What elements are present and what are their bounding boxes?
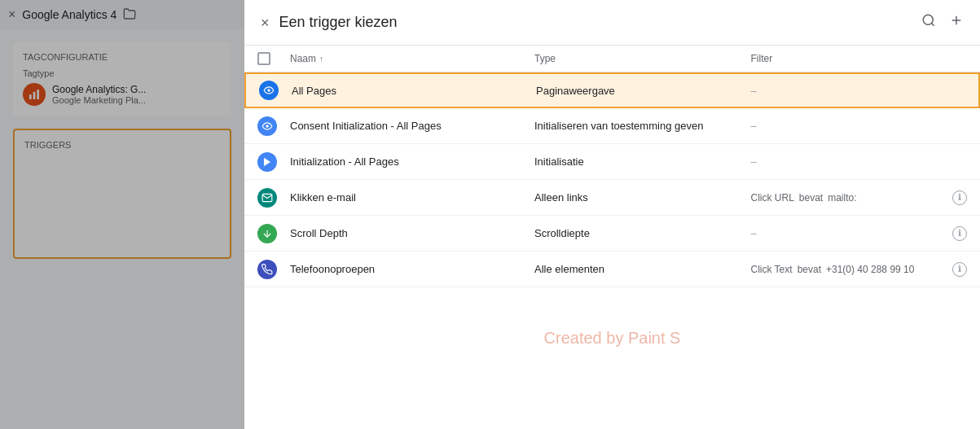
info-icon-phone[interactable]: ℹ: [952, 262, 967, 277]
modal-title: Een trigger kiezen: [279, 14, 398, 31]
info-icon-email[interactable]: ℹ: [952, 190, 967, 205]
table-row[interactable]: Klikken e-mail Alleen links Click URL be…: [244, 180, 980, 216]
select-all-checkbox[interactable]: [257, 52, 270, 65]
modal-header-right: [921, 13, 964, 32]
header-type-col: Type: [534, 53, 751, 64]
trigger-filter-scroll: – ℹ: [751, 226, 968, 241]
trigger-filter-email: Click URL bevat mailto: ℹ: [751, 190, 968, 205]
header-filter-col: Filter: [751, 53, 968, 64]
row-icon-col: [257, 116, 290, 136]
table-row[interactable]: Initialization - All Pages Initialisatie…: [244, 144, 980, 180]
modal-header: × Een trigger kiezen: [244, 0, 980, 46]
info-icon-scroll[interactable]: ℹ: [952, 226, 967, 241]
sort-arrow-icon: ↑: [319, 55, 323, 63]
trigger-name-all-pages: All Pages: [292, 85, 536, 97]
trigger-type-init: Initialisatie: [534, 155, 751, 168]
svg-marker-9: [264, 157, 270, 166]
trigger-name-consent: Consent Initialization - All Pages: [290, 120, 534, 132]
trigger-icon-scroll: [257, 224, 277, 243]
row-icon-col: [257, 152, 290, 172]
trigger-icon-email: [257, 188, 277, 208]
trigger-name-phone: Telefoonoproepen: [290, 263, 534, 275]
trigger-type-all-pages: Paginaweergave: [536, 85, 751, 97]
trigger-type-phone: Alle elementen: [534, 263, 751, 275]
trigger-modal: × Een trigger kiezen: [244, 0, 980, 429]
trigger-name-init: Initialization - All Pages: [290, 155, 534, 168]
trigger-name-email: Klikken e-mail: [290, 191, 534, 204]
row-icon-col: [259, 81, 292, 100]
table-row[interactable]: Scroll Depth Scrolldiepte – ℹ: [244, 216, 980, 252]
svg-point-3: [923, 15, 933, 24]
svg-point-8: [266, 125, 269, 128]
trigger-filter-phone: Click Text bevat +31(0) 40 288 99 10 ℹ: [751, 262, 968, 277]
table-header: Naam ↑ Type Filter: [244, 46, 980, 72]
trigger-icon-consent: [257, 116, 277, 136]
table-row[interactable]: All Pages Paginaweergave –: [244, 72, 980, 108]
trigger-type-scroll: Scrolldiepte: [534, 227, 751, 239]
trigger-icon-all-pages: [259, 81, 279, 100]
trigger-table: Naam ↑ Type Filter All Pages Paginaweerg…: [244, 46, 980, 429]
svg-point-7: [267, 89, 270, 92]
trigger-filter-init: –: [751, 155, 968, 168]
trigger-icon-phone: [257, 260, 277, 279]
row-icon-col: [257, 260, 290, 279]
modal-close-button[interactable]: ×: [261, 15, 270, 30]
header-name-col: Naam ↑: [290, 53, 534, 64]
trigger-name-scroll: Scroll Depth: [290, 227, 534, 239]
trigger-type-consent: Initialiseren van toestemming geven: [534, 120, 751, 132]
row-icon-col: [257, 224, 290, 243]
table-row[interactable]: Consent Initialization - All Pages Initi…: [244, 108, 980, 144]
trigger-filter-all-pages: –: [751, 85, 966, 97]
modal-header-left: × Een trigger kiezen: [261, 14, 398, 31]
trigger-filter-consent: –: [751, 120, 968, 132]
header-checkbox-col: [257, 52, 290, 65]
add-trigger-button[interactable]: [949, 13, 964, 32]
svg-line-4: [931, 23, 934, 25]
trigger-type-email: Alleen links: [534, 191, 751, 204]
search-button[interactable]: [921, 13, 936, 32]
trigger-icon-init: [257, 152, 277, 172]
table-row[interactable]: Telefoonoproepen Alle elementen Click Te…: [244, 252, 980, 287]
row-icon-col: [257, 188, 290, 208]
